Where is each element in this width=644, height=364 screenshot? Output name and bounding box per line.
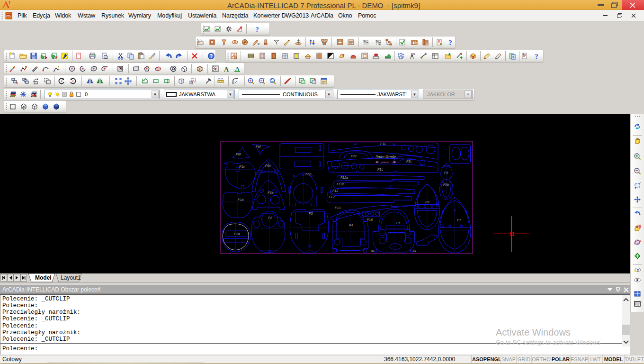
svg-text:F1a: F1a [234, 232, 240, 236]
svg-text:F1L: F1L [380, 142, 386, 146]
svg-text:A: A [224, 66, 229, 73]
svg-text:d1: d1 [371, 249, 375, 252]
svg-text:F6f: F6f [236, 152, 241, 156]
svg-text:grams: grams [381, 161, 389, 164]
svg-text:R: R [258, 43, 259, 46]
svg-text:F8: F8 [425, 200, 429, 204]
svg-text:FL2: FL2 [329, 195, 335, 199]
svg-text:F12a: F12a [340, 176, 348, 179]
svg-text:Model: Model [35, 274, 52, 281]
svg-text:F2: F2 [268, 216, 272, 220]
svg-text:F1b: F1b [238, 198, 243, 202]
svg-text:d1: d1 [413, 249, 416, 252]
svg-text:A: A [235, 65, 240, 72]
svg-text:Layout1: Layout1 [61, 274, 81, 281]
svg-text:F6c: F6c [265, 164, 271, 168]
svg-text:N: N [413, 53, 415, 55]
svg-text:F16: F16 [367, 218, 373, 221]
svg-text:F9b: F9b [443, 183, 449, 186]
svg-text:F3: F3 [309, 211, 313, 216]
svg-text:F7: F7 [457, 218, 461, 222]
svg-text:F1c: F1c [239, 164, 245, 169]
svg-text:F1L: F1L [377, 167, 383, 172]
svg-text:?: ? [255, 26, 259, 33]
svg-text:F6f: F6f [256, 145, 261, 149]
svg-text:F6b: F6b [305, 172, 311, 176]
svg-text:?: ? [448, 39, 452, 46]
svg-text:F13: F13 [335, 206, 340, 209]
svg-text:F6a: F6a [268, 191, 273, 195]
svg-text:7: 7 [9, 1, 10, 4]
svg-text:DWG: DWG [6, 14, 11, 17]
svg-text:F12: F12 [332, 189, 338, 192]
svg-text:F5: F5 [396, 221, 400, 225]
svg-text:F12b: F12b [337, 182, 344, 186]
svg-text:3D: 3D [471, 56, 474, 59]
svg-text:F9: F9 [444, 171, 448, 174]
svg-text:F4: F4 [349, 224, 353, 227]
svg-text:?: ? [535, 53, 538, 60]
svg-text:?: ? [210, 54, 213, 59]
svg-text:F2c: F2c [351, 154, 357, 158]
svg-text:F3c: F3c [406, 159, 412, 164]
